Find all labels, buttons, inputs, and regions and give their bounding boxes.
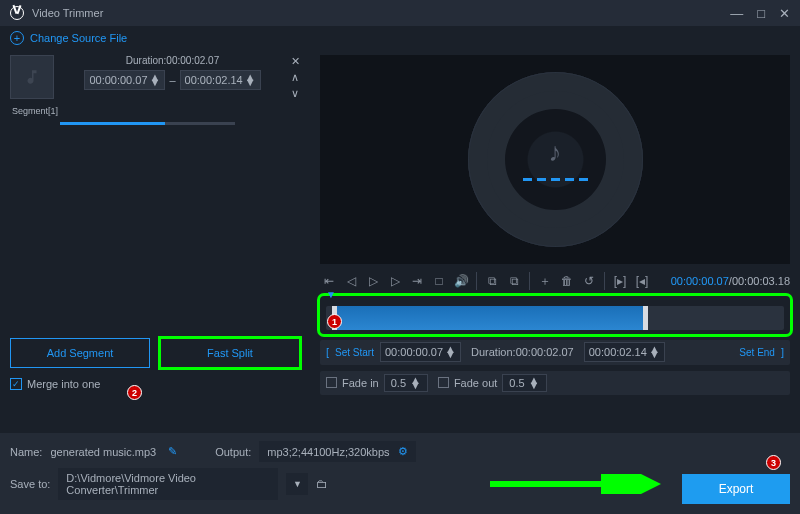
current-time: 00:00:00.07 (671, 275, 729, 287)
playhead-marker[interactable]: ▼ (326, 289, 336, 300)
volume-icon[interactable]: 🔊 (452, 272, 470, 290)
maximize-button[interactable]: □ (757, 6, 765, 21)
play-icon[interactable]: ▷ (364, 272, 382, 290)
merge-label: Merge into one (27, 378, 100, 390)
app-icon (10, 6, 24, 20)
save-path: D:\Vidmore\Vidmore Video Converter\Trimm… (58, 468, 278, 500)
skip-start-icon[interactable]: ⇤ (320, 272, 338, 290)
bottom-bar: Name: generated music.mp3 ✎ Output: mp3;… (0, 433, 800, 514)
segment-down-button[interactable]: ∨ (291, 87, 300, 100)
segment-end-input[interactable]: 00:00:02.14▲▼ (180, 70, 261, 90)
settings-icon[interactable]: ⚙ (398, 445, 408, 458)
add-icon[interactable]: ＋ (536, 272, 554, 290)
bracket-in-icon[interactable]: [▸] (611, 272, 629, 290)
timeline[interactable]: ▼ (320, 296, 790, 334)
trim-start-input[interactable]: 00:00:00.07▲▼ (380, 342, 461, 362)
segment-close-button[interactable]: ✕ (291, 55, 300, 68)
save-to-label: Save to: (10, 478, 50, 490)
segment-up-button[interactable]: ∧ (291, 71, 300, 84)
app-title: Video Trimmer (32, 7, 103, 19)
fast-split-button[interactable]: Fast Split (160, 338, 300, 368)
music-icon (23, 68, 41, 86)
copy-icon[interactable]: ⧉ (483, 272, 501, 290)
stop-icon[interactable]: □ (430, 272, 448, 290)
fade-out-input[interactable]: 0.5▲▼ (502, 374, 546, 392)
annotation-1: 1 (327, 314, 342, 329)
segment-start-input[interactable]: 00:00:00.07▲▼ (84, 70, 165, 90)
annotation-3: 3 (766, 455, 781, 470)
bracket-out-icon[interactable]: [◂] (633, 272, 651, 290)
audio-disc: ♪ (468, 72, 643, 247)
export-button[interactable]: Export (682, 474, 790, 504)
paste-icon[interactable]: ⧉ (505, 272, 523, 290)
prev-frame-icon[interactable]: ◁ (342, 272, 360, 290)
output-format: mp3;2;44100Hz;320kbps (267, 446, 389, 458)
output-label: Output: (215, 446, 251, 458)
segment-name: Segment[1] (12, 106, 300, 116)
title-bar: Video Trimmer — □ ✕ (0, 0, 800, 26)
fade-in-checkbox[interactable] (326, 377, 337, 388)
change-source-link[interactable]: Change Source File (30, 32, 127, 44)
set-start-button[interactable]: Set Start (335, 347, 374, 358)
player-toolbar: ⇤ ◁ ▷ ▷ ⇥ □ 🔊 ⧉ ⧉ ＋ 🗑 ↺ [▸] [◂] 00:00:00… (320, 270, 790, 292)
next-frame-icon[interactable]: ▷ (386, 272, 404, 290)
delete-icon[interactable]: 🗑 (558, 272, 576, 290)
set-end-button[interactable]: Set End (739, 347, 775, 358)
fade-in-label: Fade in (342, 377, 379, 389)
trim-duration: 00:00:02.07 (516, 346, 574, 358)
edit-name-icon[interactable]: ✎ (168, 445, 177, 458)
fade-out-checkbox[interactable] (438, 377, 449, 388)
fade-in-input[interactable]: 0.5▲▼ (384, 374, 428, 392)
segment-thumbnail[interactable] (10, 55, 54, 99)
annotation-arrow (490, 474, 670, 494)
segment-panel: Duration:00:00:02.07 00:00:00.07▲▼ – 00:… (0, 50, 310, 400)
open-folder-icon[interactable]: 🗀 (316, 477, 328, 491)
music-note-icon: ♪ (549, 137, 562, 168)
add-segment-button[interactable]: Add Segment (10, 338, 150, 368)
annotation-2: 2 (127, 385, 142, 400)
trim-end-input[interactable]: 00:00:02.14▲▼ (584, 342, 665, 362)
path-dropdown[interactable]: ▼ (286, 473, 308, 495)
minimize-button[interactable]: — (730, 6, 743, 21)
segment-duration-label: Duration:00:00:02.07 (60, 55, 285, 66)
name-label: Name: (10, 446, 42, 458)
fade-out-label: Fade out (454, 377, 497, 389)
close-button[interactable]: ✕ (779, 6, 790, 21)
segment-mini-track[interactable] (60, 122, 235, 125)
timeline-selection[interactable] (332, 306, 648, 330)
undo-icon[interactable]: ↺ (580, 272, 598, 290)
file-name: generated music.mp3 (50, 446, 156, 458)
total-time: /00:00:03.18 (729, 275, 790, 287)
preview-area: ♪ (320, 55, 790, 264)
equalizer-icon (523, 178, 588, 181)
add-source-icon[interactable]: + (10, 31, 24, 45)
skip-end-icon[interactable]: ⇥ (408, 272, 426, 290)
merge-checkbox[interactable]: ✓ (10, 378, 22, 390)
